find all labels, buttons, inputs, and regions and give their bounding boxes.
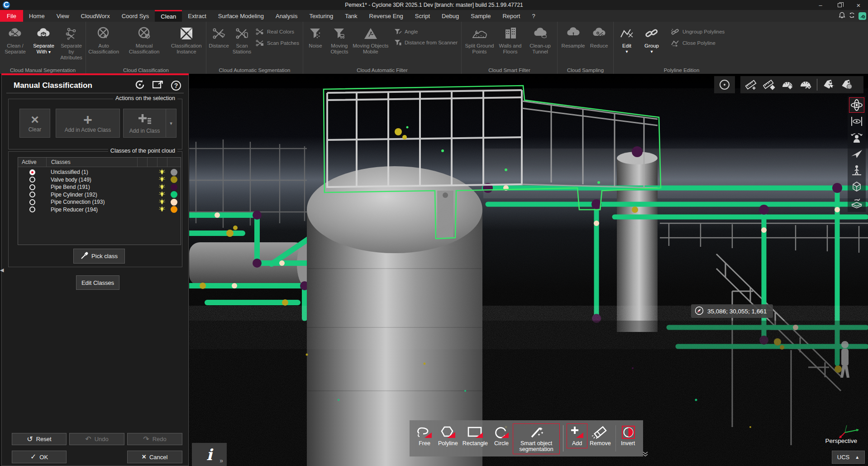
class-color-swatch[interactable]: [171, 169, 177, 176]
visibility-bulb-icon[interactable]: [157, 206, 167, 213]
active-radio[interactable]: [29, 192, 35, 197]
tab-coord-sys[interactable]: Coord Sys: [116, 10, 155, 22]
tab-view[interactable]: View: [51, 10, 75, 22]
tab-sample[interactable]: Sample: [465, 10, 496, 22]
add-in-class-dropdown[interactable]: ▾: [166, 109, 176, 138]
assistant-disabled-icon[interactable]: [858, 12, 866, 20]
active-radio[interactable]: [29, 199, 35, 205]
tool-free[interactable]: Free: [413, 423, 436, 448]
ribbon-walls-and-floors[interactable]: Walls and Floors: [496, 24, 525, 63]
ribbon-auto-classification[interactable]: Auto Classification: [87, 24, 120, 63]
target-circle-icon[interactable]: [717, 77, 732, 92]
undo-button[interactable]: ↶ Undo: [69, 433, 124, 445]
tool-rectangle[interactable]: Rectangle: [460, 423, 490, 448]
ribbon-scan-patches[interactable]: Scan Patches: [255, 39, 299, 47]
tab-surface-modeling[interactable]: Surface Modeling: [212, 10, 270, 22]
ribbon-distance[interactable]: Distance: [207, 24, 230, 63]
cancel-button[interactable]: × Cancel: [127, 451, 182, 463]
tab-tank[interactable]: Tank: [339, 10, 363, 22]
active-radio[interactable]: [29, 169, 35, 175]
reset-button[interactable]: ↺ Reset: [12, 433, 67, 445]
turntable-tool[interactable]: [849, 195, 864, 211]
tool-polyline[interactable]: Polyline: [436, 423, 460, 448]
select-label-icon[interactable]: [820, 77, 837, 92]
active-radio[interactable]: [29, 177, 35, 183]
add-in-class-button[interactable]: Add in Class: [123, 109, 166, 138]
restore-button[interactable]: [830, 0, 849, 10]
tab-debug[interactable]: Debug: [436, 10, 465, 22]
restore-defaults-icon[interactable]: [134, 79, 146, 92]
clear-selection-button[interactable]: × Clear: [19, 109, 50, 138]
viewport-scene[interactable]: [189, 74, 868, 466]
tab-extract[interactable]: Extract: [182, 10, 212, 22]
measure-angle-icon[interactable]: [779, 77, 796, 92]
class-color-swatch[interactable]: [171, 184, 177, 191]
tool-circle[interactable]: Circle: [490, 423, 513, 448]
ribbon-split-ground-points[interactable]: Split Ground Points: [464, 24, 496, 63]
ribbon-classification-instance[interactable]: Classification Instance: [168, 24, 205, 63]
ribbon-resample[interactable]: Resample: [560, 24, 587, 63]
constrained-orbit-tool[interactable]: [849, 114, 864, 129]
tab-clean[interactable]: Clean: [155, 10, 182, 22]
visibility-bulb-icon[interactable]: [157, 176, 167, 183]
ucs-selector[interactable]: UCS ▲: [832, 451, 865, 464]
view-cube-tool[interactable]: [849, 179, 864, 194]
ribbon-clean-separate[interactable]: Clean / Separate: [1, 24, 29, 63]
visibility-bulb-icon[interactable]: [157, 191, 167, 198]
tool-invert[interactable]: Invert: [618, 423, 638, 448]
ribbon-moving-objects[interactable]: Moving Objects: [327, 24, 352, 63]
edit-classes-button[interactable]: Edit Classes: [76, 275, 119, 290]
collapse-toolbar-chevron-icon[interactable]: [641, 451, 649, 459]
class-row[interactable]: Valve body (149): [18, 176, 181, 184]
notifications-bell-icon[interactable]: [839, 11, 845, 20]
class-row[interactable]: Pipe Connection (193): [18, 198, 181, 206]
ribbon-cleanup-tunnel[interactable]: Clean-up Tunnel: [525, 24, 555, 63]
visibility-bulb-icon[interactable]: [157, 199, 167, 206]
ribbon-separate-by-attributes[interactable]: Separate by Attributes: [58, 24, 85, 63]
ribbon-scan-stations[interactable]: Scan Stations: [230, 24, 253, 63]
active-radio[interactable]: [29, 184, 35, 190]
ribbon-close-polyline[interactable]: Close Polyline: [671, 39, 725, 47]
sync-icon[interactable]: [849, 12, 855, 20]
ribbon-manual-classification[interactable]: Manual Classification: [127, 24, 161, 63]
ribbon-reduce[interactable]: Reduce: [587, 24, 611, 63]
visibility-bulb-icon[interactable]: [157, 184, 167, 191]
tab-texturing[interactable]: Texturing: [303, 10, 339, 22]
help-icon[interactable]: ?: [171, 81, 181, 91]
panel-collapse-arrow[interactable]: ◀: [0, 267, 4, 273]
walk-tool[interactable]: [849, 163, 864, 178]
class-row[interactable]: Unclassified (1): [18, 168, 181, 176]
ribbon-group-polyline[interactable]: Group ▾: [639, 24, 664, 63]
detach-panel-icon[interactable]: [152, 79, 165, 92]
tab-analysis[interactable]: Analysis: [270, 10, 303, 22]
class-color-swatch[interactable]: [171, 199, 177, 206]
projection-mode-label[interactable]: Perspective: [825, 437, 857, 444]
redo-button[interactable]: ↷ Redo: [127, 433, 182, 445]
class-color-swatch[interactable]: [171, 206, 177, 213]
tool-smart-object-segmentation[interactable]: Smart object segmentation: [513, 423, 560, 454]
ribbon-separate-with[interactable]: Separate With ▾: [29, 24, 58, 63]
tab-report[interactable]: Report: [496, 10, 526, 22]
add-in-active-class-button[interactable]: + Add in Active Class: [56, 109, 120, 138]
tab-script[interactable]: Script: [409, 10, 436, 22]
ok-button[interactable]: ✓ OK: [12, 451, 67, 463]
tab-file[interactable]: File: [0, 10, 23, 22]
ribbon-ungroup-polylines[interactable]: Ungroup Polylines: [671, 28, 725, 35]
tab-help[interactable]: ?: [526, 10, 541, 22]
class-color-swatch[interactable]: [171, 191, 177, 198]
class-row[interactable]: Pipe Bend (191): [18, 183, 181, 191]
tab-reverse-eng[interactable]: Reverse Eng: [363, 10, 409, 22]
class-row[interactable]: Pipe Cylinder (192): [18, 191, 181, 199]
info-button[interactable]: i »: [192, 443, 227, 466]
class-row[interactable]: Pipe Reducer (194): [18, 206, 181, 214]
label-circle-icon[interactable]: [839, 77, 855, 92]
active-radio[interactable]: [29, 207, 35, 212]
ribbon-edit-polyline[interactable]: Edit ▾: [615, 24, 639, 63]
look-around-tool[interactable]: [849, 130, 864, 145]
tab-home[interactable]: Home: [23, 10, 51, 22]
tab-cloudworx[interactable]: CloudWorx: [75, 10, 116, 22]
orbit-tool[interactable]: [849, 97, 864, 113]
tool-remove[interactable]: Remove: [587, 423, 613, 448]
ribbon-moving-objects-mobile[interactable]: Moving Objects Mobile: [352, 24, 389, 63]
pick-class-button[interactable]: Pick class: [73, 249, 125, 264]
